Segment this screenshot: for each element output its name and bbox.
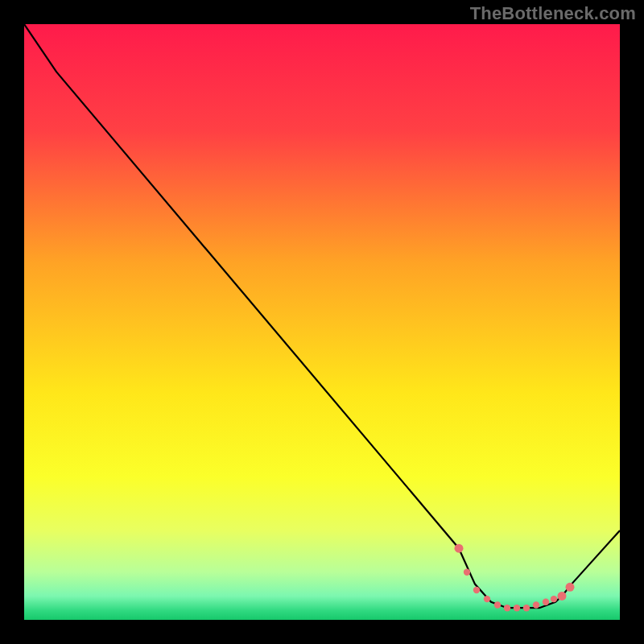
curve-marker (551, 596, 557, 602)
bottleneck-curve (24, 24, 620, 620)
plot-area (24, 24, 620, 620)
curve-marker (523, 605, 530, 611)
curve-marker (566, 583, 575, 592)
curve-marker (494, 601, 501, 608)
watermark-text: TheBottleneck.com (470, 3, 636, 24)
curve-marker (543, 599, 549, 605)
curve-marker (484, 596, 490, 602)
curve-marker (455, 544, 464, 553)
curve-marker (473, 587, 480, 593)
curve-marker (514, 605, 520, 611)
curve-line (24, 24, 620, 608)
curve-marker (464, 569, 470, 576)
chart-frame: TheBottleneck.com (0, 0, 644, 644)
curve-marker (558, 592, 567, 601)
curve-marker (533, 601, 539, 608)
curve-marker (504, 605, 510, 611)
